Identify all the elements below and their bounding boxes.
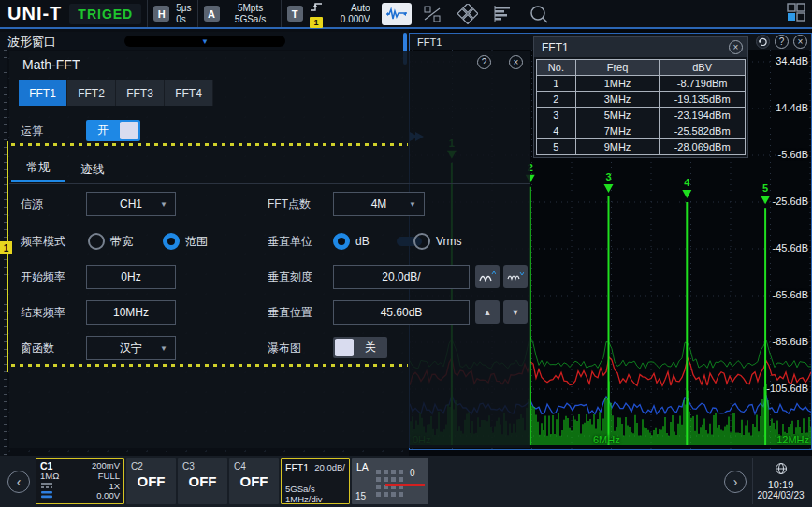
network-icon bbox=[775, 462, 788, 479]
histogram-icon[interactable] bbox=[488, 3, 518, 25]
vertical-scale-value: 20.0dB/ bbox=[382, 270, 420, 283]
xy-display-icon[interactable] bbox=[453, 3, 483, 25]
vertical-scale-label: 垂直刻度 bbox=[268, 265, 312, 289]
table-cell: -23.194dBm bbox=[660, 108, 746, 123]
dialog-title: Math-FFT bbox=[22, 57, 80, 72]
toolbar-icons bbox=[382, 3, 554, 25]
fft-points-dropdown[interactable]: 4M▼ bbox=[333, 192, 425, 216]
scale-compress-button[interactable] bbox=[503, 265, 528, 288]
position-down-button[interactable]: ▼ bbox=[503, 300, 528, 324]
scale-expand-button[interactable] bbox=[475, 265, 500, 288]
table-cell: 3MHz bbox=[575, 92, 659, 108]
close-icon[interactable]: × bbox=[729, 40, 743, 54]
table-header-row: No.FreqdBV bbox=[537, 60, 746, 76]
radio-db[interactable]: dB bbox=[333, 229, 370, 254]
channel-card-c3[interactable]: C3OFF bbox=[178, 458, 227, 504]
svg-text:4: 4 bbox=[684, 177, 690, 188]
help-icon[interactable]: ? bbox=[477, 55, 491, 69]
c1-card-value: 0.00V bbox=[92, 491, 120, 501]
peak-table-titlebar[interactable]: FFT1 × bbox=[534, 37, 747, 57]
svg-text:3: 3 bbox=[605, 171, 611, 182]
c1-card-value: 200mV bbox=[92, 461, 120, 471]
swap-window-icon[interactable] bbox=[756, 35, 770, 49]
horizontal-section[interactable]: H 5μs 0s bbox=[147, 0, 196, 27]
vertical-position-input[interactable]: 45.60dB bbox=[333, 300, 470, 325]
la-low-count: 15 bbox=[355, 491, 366, 501]
chevron-left-icon[interactable]: ‹ bbox=[7, 471, 30, 493]
window-layout-icon[interactable] bbox=[786, 2, 806, 26]
y-axis-label: 14.4dB bbox=[776, 102, 808, 113]
table-row: 35MHz-23.194dBm bbox=[537, 108, 746, 123]
fft-window-title: FFT1 bbox=[417, 36, 442, 48]
help-icon[interactable]: ? bbox=[775, 35, 789, 49]
fft-tab-fft4[interactable]: FFT4 bbox=[165, 80, 213, 106]
fft-tab-fft3[interactable]: FFT3 bbox=[116, 80, 165, 106]
sub-tab-常规[interactable]: 常规 bbox=[11, 156, 65, 182]
bw-icon bbox=[40, 491, 92, 501]
acquisition-section[interactable]: A 5Mpts 5GSa/s bbox=[197, 0, 281, 27]
table-cell: 9MHz bbox=[575, 139, 659, 155]
fft1-card[interactable]: FFT1 20.0dB/ 5GSa/s 1MHz/div bbox=[281, 458, 350, 504]
la-card-name: LA bbox=[356, 461, 369, 472]
radio-label: 范围 bbox=[185, 234, 208, 250]
y-axis-label: -65.6dB bbox=[772, 289, 808, 300]
close-icon[interactable]: × bbox=[793, 35, 807, 49]
vertical-position-value: 45.60dB bbox=[381, 306, 423, 319]
digital-channel-dot bbox=[391, 470, 396, 474]
trigger-source-badge: 1 bbox=[310, 17, 323, 28]
operation-label: 运算 bbox=[21, 119, 43, 143]
x-axis-label: 12MHz bbox=[776, 434, 809, 445]
fft-card-rate: 5GSa/s bbox=[285, 484, 315, 494]
channel-name: C4 bbox=[234, 461, 246, 471]
digital-channel-dot bbox=[384, 492, 388, 497]
channel1-badge[interactable]: 1 bbox=[0, 241, 12, 254]
channel-card-c4[interactable]: C4OFF bbox=[229, 458, 279, 504]
table-header-cell: Freq bbox=[575, 60, 659, 76]
clock-block[interactable]: 10:19 2024/03/23 bbox=[752, 458, 808, 504]
cursor-icon[interactable] bbox=[417, 3, 447, 25]
table-cell: 1MHz bbox=[575, 76, 659, 92]
chevron-right-icon[interactable]: › bbox=[724, 471, 747, 493]
fft-tab-fft2[interactable]: FFT2 bbox=[67, 80, 116, 106]
position-up-button[interactable]: ▲ bbox=[475, 300, 500, 324]
la-card[interactable]: LA 0 15 bbox=[352, 458, 428, 504]
waveform-window-header: 波形窗口 ▼ bbox=[0, 32, 409, 50]
c1-card-value: 1MΩ bbox=[40, 471, 92, 482]
waterfall-toggle[interactable]: 关 bbox=[333, 337, 387, 358]
channel-card-c2[interactable]: C2OFF bbox=[126, 458, 176, 504]
operation-toggle[interactable]: 开 bbox=[86, 120, 140, 141]
source-dropdown[interactable]: CH1▼ bbox=[86, 192, 176, 216]
trigger-section[interactable]: T 1 Auto 0.000V bbox=[281, 0, 376, 27]
search-icon[interactable] bbox=[524, 3, 554, 25]
table-header-cell: No. bbox=[537, 60, 576, 76]
vertical-position-label: 垂直位置 bbox=[268, 300, 312, 325]
radio-vrms[interactable]: Vrms bbox=[413, 229, 462, 254]
y-axis-label: -25.6dB bbox=[772, 196, 808, 207]
vertical-scale-input[interactable]: 20.0dB/ bbox=[333, 265, 470, 289]
table-cell: 2 bbox=[537, 92, 576, 108]
window-fn-dropdown[interactable]: 汉宁▼ bbox=[86, 336, 176, 360]
fft-tab-fft1[interactable]: FFT1 bbox=[19, 80, 67, 106]
coupling-icon bbox=[40, 482, 92, 492]
close-icon[interactable]: × bbox=[509, 55, 523, 69]
bottom-bar: ‹ C1200mV1MΩFULL1X0.00V C2OFFC3OFFC4OFF … bbox=[0, 456, 812, 507]
radio-label: Vrms bbox=[436, 235, 462, 248]
start-freq-input[interactable]: 0Hz bbox=[86, 265, 176, 289]
radio-bandwidth[interactable]: 带宽 bbox=[88, 229, 133, 254]
digital-channel-dot bbox=[376, 485, 381, 489]
waveform-zoom-icon[interactable] bbox=[382, 3, 412, 25]
y-axis-label: -5.6dB bbox=[778, 149, 808, 160]
digital-channel-dot bbox=[376, 470, 381, 474]
radio-range[interactable]: 范围 bbox=[163, 229, 208, 254]
window-selector-dropdown[interactable]: ▼ bbox=[124, 36, 285, 47]
channel-status: OFF bbox=[229, 473, 279, 489]
sub-tab-迹线[interactable]: 迹线 bbox=[65, 156, 120, 182]
digital-channel-dot bbox=[391, 492, 396, 497]
digital-channel-dot bbox=[376, 477, 381, 482]
y-axis-label: -45.6dB bbox=[772, 242, 808, 254]
toggle-knob bbox=[335, 339, 354, 356]
table-cell: -25.582dBm bbox=[660, 123, 746, 139]
end-freq-label: 结束频率 bbox=[21, 300, 65, 325]
channel1-card[interactable]: C1200mV1MΩFULL1X0.00V bbox=[36, 458, 124, 504]
end-freq-input[interactable]: 10MHz bbox=[86, 300, 176, 325]
